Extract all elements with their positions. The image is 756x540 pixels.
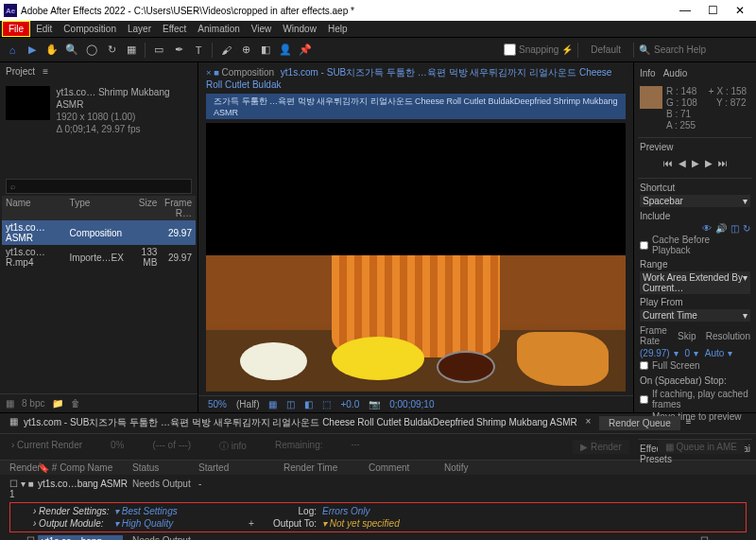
roto-tool-icon[interactable]: 👤: [277, 42, 294, 59]
bpc-toggle[interactable]: 8 bpc: [22, 398, 44, 409]
pen-tool-icon[interactable]: ✒: [170, 42, 187, 59]
framerate-label: Frame Rate: [640, 325, 668, 346]
grid-icon[interactable]: ▦: [268, 399, 277, 409]
next-frame-icon[interactable]: ▶: [705, 158, 713, 168]
ifcaching-checkbox[interactable]: [640, 395, 648, 404]
new-folder-icon[interactable]: 📁: [52, 398, 63, 409]
output-to-value[interactable]: ▾ Not yet specified: [322, 518, 400, 529]
timecode[interactable]: 0;00;09;10: [389, 399, 434, 409]
interpret-icon[interactable]: ▦: [6, 398, 14, 409]
snapping-toggle[interactable]: Snapping ⚡: [504, 44, 573, 56]
tab-project[interactable]: Project: [6, 66, 35, 77]
log-value[interactable]: Errors Only: [322, 506, 445, 516]
timeline-icon[interactable]: ▦: [9, 416, 18, 430]
project-row[interactable]: yt1s.co…R.mp4Importe…EX133 MB29.97: [2, 245, 196, 270]
render-item[interactable]: ☐ ▾ ■ 1yt1s.co…bang ASMRNeeds Output-: [9, 477, 747, 501]
first-frame-icon[interactable]: ⏮: [663, 158, 673, 168]
project-row[interactable]: yt1s.co…ASMRComposition29.97: [2, 220, 196, 245]
clone-tool-icon[interactable]: ⊕: [237, 42, 254, 59]
menu-animation[interactable]: Animation: [192, 22, 245, 36]
menu-edit[interactable]: Edit: [30, 22, 58, 36]
minimize-icon[interactable]: —: [679, 4, 691, 17]
cache-checkbox[interactable]: [640, 241, 648, 250]
snapshot-icon[interactable]: 📷: [369, 399, 380, 409]
viewer-letterbox: [206, 123, 626, 255]
titlebar: Ae Adobe After Effects 2022 - C:\Users\U…: [0, 0, 756, 21]
playfrom-dropdown[interactable]: Current Time▾: [640, 309, 750, 322]
shortcut-dropdown[interactable]: Spacebar▾: [640, 195, 750, 207]
panel-menu-icon[interactable]: ≡: [43, 66, 48, 77]
render-item[interactable]: ☐ ■yt1s.co…bang ASMRNeeds Output- ☐: [9, 533, 747, 540]
menu-composition[interactable]: Composition: [58, 22, 122, 36]
search-help[interactable]: 🔍 Search Help: [639, 44, 752, 55]
rgba-values: R : 148G : 108B : 71A : 255: [666, 86, 697, 131]
brush-tool-icon[interactable]: 🖌: [217, 42, 234, 59]
framerate-value[interactable]: (29.97): [640, 348, 670, 358]
close-icon[interactable]: ✕: [735, 4, 745, 17]
render-settings-value[interactable]: ▾ Best Settings: [114, 506, 237, 516]
hand-tool-icon[interactable]: ✋: [43, 42, 60, 59]
transparency-icon[interactable]: ◧: [304, 399, 313, 409]
log-label: Log:: [266, 506, 322, 516]
menu-layer[interactable]: Layer: [122, 22, 157, 36]
separator: [577, 43, 578, 58]
menu-window[interactable]: Window: [277, 22, 322, 36]
composition-viewer[interactable]: [206, 123, 626, 392]
fullscreen-checkbox[interactable]: [640, 361, 648, 370]
tab-info[interactable]: Info: [640, 68, 656, 78]
range-dropdown[interactable]: Work Area Extended By Current…▾: [640, 271, 750, 294]
audio-icon[interactable]: 🔊: [715, 223, 727, 234]
output-module-value[interactable]: ▾ High Quality: [114, 518, 237, 529]
render-info[interactable]: ⓘ info: [219, 440, 247, 454]
skip-value[interactable]: 0: [684, 348, 690, 358]
zoom-tool-icon[interactable]: 🔍: [63, 42, 80, 59]
queue-ame-button[interactable]: ▦ Queue in AME: [658, 440, 745, 454]
tab-audio[interactable]: Audio: [663, 68, 688, 78]
tab-composition-label[interactable]: Composition: [222, 67, 275, 78]
menubar: File Edit Composition Layer Effect Anima…: [0, 21, 756, 38]
3d-icon[interactable]: ⬚: [322, 399, 331, 409]
overlay-icon[interactable]: ◫: [730, 223, 739, 234]
menu-help[interactable]: Help: [322, 22, 353, 36]
project-search-input[interactable]: [6, 179, 192, 194]
item-dimensions: 1920 x 1080 (1.00): [56, 111, 192, 123]
render-remaining: Remaining:: [275, 440, 323, 454]
render-button[interactable]: ▶ Render: [573, 440, 629, 454]
resolution-dropdown[interactable]: (Half): [236, 399, 259, 409]
shape-tool-icon[interactable]: ▭: [150, 42, 167, 59]
project-footer: ▦ 8 bpc 📁 🗑: [0, 393, 198, 412]
menu-effect[interactable]: Effect: [157, 22, 192, 36]
timeline-comp-name[interactable]: yt1s.com - SUB치즈가득 두툼한 …육편 먹방 새우튀김까지 리얼사…: [24, 416, 577, 430]
prev-frame-icon[interactable]: ◀: [679, 158, 686, 168]
selection-tool-icon[interactable]: ▶: [24, 42, 41, 59]
last-frame-icon[interactable]: ⏭: [718, 158, 728, 168]
add-output-icon[interactable]: +: [237, 518, 266, 529]
rotate-tool-icon[interactable]: ↻: [103, 42, 120, 59]
current-render-label: › Current Render: [11, 440, 82, 454]
camera-tool-icon[interactable]: ▦: [123, 42, 140, 59]
video-icon[interactable]: 👁: [702, 223, 712, 234]
text-tool-icon[interactable]: T: [190, 42, 207, 59]
menu-view[interactable]: View: [246, 22, 278, 36]
delete-icon[interactable]: 🗑: [71, 398, 80, 409]
home-icon[interactable]: ⌂: [4, 42, 21, 59]
tab-render-queue[interactable]: Render Queue: [599, 416, 680, 430]
maximize-icon[interactable]: ☐: [708, 4, 718, 17]
render-percent: 0%: [111, 440, 124, 454]
mask-icon[interactable]: ◫: [286, 399, 295, 409]
menu-file[interactable]: File: [2, 21, 30, 37]
exposure-value[interactable]: +0.0: [340, 399, 359, 409]
resolution-value[interactable]: Auto: [705, 348, 725, 358]
puppet-tool-icon[interactable]: 📌: [297, 42, 314, 59]
project-table-header: NameTypeSizeFrame R…: [2, 196, 196, 220]
play-icon[interactable]: ▶: [692, 158, 699, 168]
eraser-tool-icon[interactable]: ◧: [257, 42, 274, 59]
xy-values: + X : 158 Y : 872: [709, 86, 747, 131]
composition-tabs: × ■ Composition yt1s.com - SUB치즈가득 두툼한 ……: [198, 62, 633, 94]
right-panel: Info Audio R : 148G : 108B : 71A : 255 +…: [633, 62, 756, 412]
project-panel: Project ≡ yt1s.co… Shrimp Mukbang ASMR 1…: [0, 62, 198, 412]
orbit-tool-icon[interactable]: ◯: [83, 42, 100, 59]
workspace-default[interactable]: Default: [583, 44, 628, 55]
loop-icon[interactable]: ↻: [743, 223, 750, 234]
zoom-level[interactable]: 50%: [208, 399, 227, 409]
